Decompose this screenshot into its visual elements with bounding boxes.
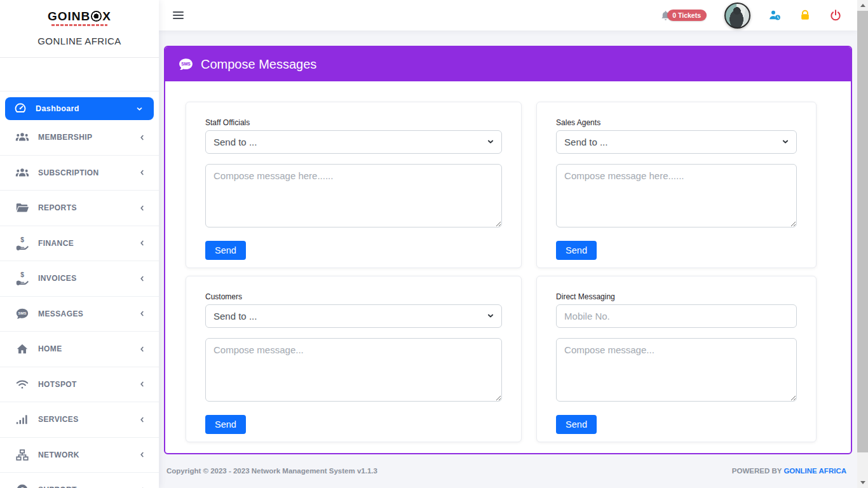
sidebar-nav: Dashboard MEMBERSHIP SUBSCRIPTION REPORT… — [0, 91, 159, 488]
logo-o-icon — [91, 11, 102, 22]
sidebar-item-support[interactable]: SUPPORT — [0, 473, 159, 488]
power-icon[interactable] — [829, 9, 842, 22]
top-navbar: 0 Tickets — [159, 0, 857, 30]
sidebar-item-messages[interactable]: MESSAGES — [0, 297, 159, 332]
send-to-select[interactable]: Send to ... — [205, 304, 502, 328]
sms-icon — [15, 307, 29, 321]
sidebar-item-label: REPORTS — [38, 203, 77, 212]
message-textarea[interactable] — [556, 338, 797, 402]
message-textarea[interactable] — [205, 338, 502, 402]
folder-open-icon — [15, 201, 29, 215]
send-button[interactable]: Send — [205, 415, 246, 434]
sidebar-item-label: Dashboard — [36, 104, 79, 113]
sidebar-item-reports[interactable]: REPORTS — [0, 191, 159, 226]
tickets-badge: 0 Tickets — [667, 10, 707, 21]
send-button[interactable]: Send — [205, 241, 246, 260]
powered-by: POWERED BY GONLINE AFRICA — [732, 467, 846, 475]
sidebar-item-label: NETWORK — [38, 451, 79, 459]
user-clock-icon[interactable] — [768, 9, 781, 22]
panel-body: Staff Officials Send to ... Send Sales A… — [165, 81, 851, 454]
send-button[interactable]: Send — [556, 415, 597, 434]
message-textarea[interactable] — [556, 164, 797, 227]
powered-by-link[interactable]: GONLINE AFRICA — [783, 467, 846, 475]
staff-officials-card: Staff Officials Send to ... Send — [186, 102, 522, 268]
sms-icon — [178, 57, 194, 72]
message-textarea[interactable] — [205, 164, 502, 227]
sidebar-item-label: MESSAGES — [38, 309, 83, 318]
sidebar-item-home[interactable]: HOME — [0, 332, 159, 367]
chevron-left-icon — [138, 274, 146, 283]
chevron-left-icon — [138, 416, 146, 424]
sidebar-item-subscription[interactable]: SUBSCRIPTION — [0, 156, 159, 191]
chevron-left-icon — [138, 451, 146, 459]
divider — [0, 57, 159, 58]
goinbox-logo: GOINBX — [0, 10, 159, 22]
sidebar-item-membership[interactable]: MEMBERSHIP — [0, 120, 159, 156]
sidebar-item-finance[interactable]: FINANCE — [0, 226, 159, 262]
hamburger-icon[interactable] — [173, 10, 184, 21]
chevron-left-icon — [138, 309, 146, 318]
gauge-icon — [14, 102, 28, 116]
send-button[interactable]: Send — [556, 241, 597, 260]
customers-card: Customers Send to ... Send — [186, 276, 522, 442]
chevron-left-icon — [138, 168, 146, 177]
sidebar-item-hotspot[interactable]: HOTSPOT — [0, 367, 159, 403]
send-to-select[interactable]: Send to ... — [556, 130, 797, 154]
panel-header: Compose Messages — [165, 47, 851, 81]
navbar-actions: 0 Tickets — [660, 3, 842, 29]
copyright-text: Copyright © 2023 - 2023 Network Manageme… — [166, 467, 377, 475]
brand-name: GONLINE AFRICA — [0, 36, 159, 46]
avatar[interactable] — [724, 3, 750, 29]
footer: Copyright © 2023 - 2023 Network Manageme… — [159, 456, 857, 488]
mobile-number-input[interactable] — [556, 304, 797, 328]
direct-messaging-card: Direct Messaging Send — [536, 276, 817, 442]
sidebar-item-label: SUPPORT — [38, 485, 77, 488]
chevron-left-icon — [138, 380, 146, 388]
sidebar-item-network[interactable]: NETWORK — [0, 438, 159, 473]
chevron-left-icon — [138, 345, 146, 353]
compose-messages-panel: Compose Messages Staff Officials Send to… — [164, 46, 852, 454]
sidebar: GOINBX GONLINE AFRICA Dashboard MEMBERSH… — [0, 0, 159, 488]
sidebar-item-label: SERVICES — [38, 415, 79, 424]
vertical-scrollbar[interactable] — [857, 0, 868, 488]
sidebar-item-label: MEMBERSHIP — [38, 133, 92, 142]
send-to-select[interactable]: Send to ... — [205, 130, 502, 154]
signal-bars-icon — [15, 412, 29, 426]
wifi-icon — [15, 377, 29, 391]
scrollbar-thumb[interactable] — [857, 11, 868, 452]
network-icon — [15, 448, 29, 462]
powered-by-label: POWERED BY — [732, 467, 782, 475]
sidebar-item-invoices[interactable]: INVOICES — [0, 261, 159, 297]
sidebar-item-dashboard[interactable]: Dashboard — [5, 97, 154, 120]
sidebar-item-label: INVOICES — [38, 274, 77, 283]
sidebar-item-label: HOME — [38, 344, 62, 353]
chevron-left-icon — [138, 239, 146, 247]
card-label: Sales Agents — [556, 118, 797, 127]
logo-tagline-strip — [51, 24, 107, 26]
card-label: Customers — [205, 292, 502, 301]
question-circle-icon — [15, 483, 29, 488]
sidebar-item-services[interactable]: SERVICES — [0, 402, 159, 438]
card-label: Staff Officials — [205, 118, 502, 127]
users-icon — [15, 166, 29, 180]
sidebar-item-label: FINANCE — [38, 239, 74, 248]
page-title: Compose Messages — [201, 57, 316, 72]
lock-icon[interactable] — [799, 9, 811, 22]
chevron-down-icon — [135, 105, 144, 113]
home-icon — [15, 342, 29, 356]
hand-dollar-icon — [15, 236, 29, 250]
chevron-left-icon — [138, 204, 146, 212]
users-icon — [15, 130, 29, 144]
main-content: Compose Messages Staff Officials Send to… — [159, 30, 857, 488]
notifications-button[interactable]: 0 Tickets — [660, 10, 707, 22]
sidebar-item-label: SUBSCRIPTION — [38, 168, 98, 177]
sidebar-item-label: HOTSPOT — [38, 380, 77, 389]
chevron-left-icon — [138, 133, 146, 142]
scroll-down-button[interactable] — [857, 477, 868, 488]
hand-dollar-icon — [15, 271, 29, 285]
card-label: Direct Messaging — [556, 292, 797, 301]
sales-agents-card: Sales Agents Send to ... Send — [536, 102, 817, 268]
brand-logo[interactable]: GOINBX GONLINE AFRICA — [0, 0, 159, 58]
scroll-up-button[interactable] — [857, 0, 868, 11]
